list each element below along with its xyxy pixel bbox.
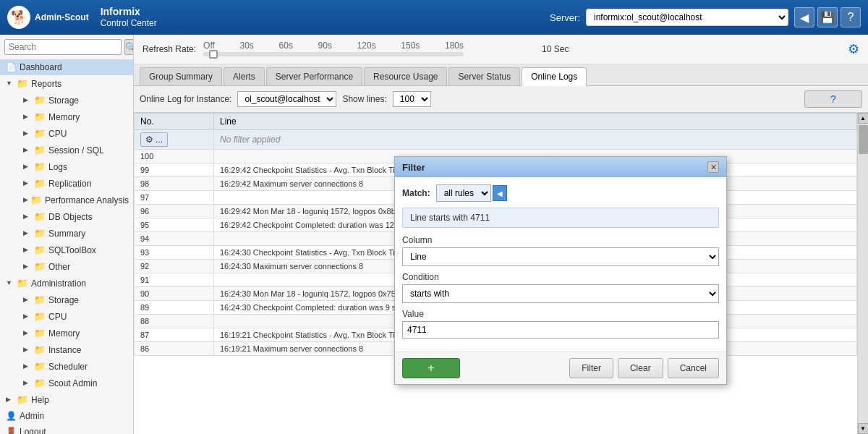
expand-icon: ▶ <box>23 229 32 238</box>
folder-icon: 📁 <box>34 244 46 255</box>
save-button[interactable]: 💾 <box>817 7 838 27</box>
sidebar-item-cpu[interactable]: ▶ 📁 CPU <box>9 125 133 142</box>
folder-icon: 📁 <box>17 278 28 289</box>
sidebar-item-adm-storage[interactable]: ▶ 📁 Storage <box>9 292 133 308</box>
expand-icon: ▶ <box>23 213 32 221</box>
slider-thumb[interactable] <box>209 50 218 59</box>
sidebar-item-adm-instance[interactable]: ▶ 📁 Instance <box>9 341 133 358</box>
filter-close-button[interactable]: ✕ <box>707 161 719 173</box>
filter-value-input[interactable] <box>402 321 719 339</box>
server-label: Server: <box>550 12 580 23</box>
help-button[interactable]: ? <box>841 7 861 27</box>
log-table-container: No. Line ⚙ ... <box>134 113 857 434</box>
filter-condition-select[interactable]: starts with <box>402 284 719 303</box>
sidebar-item-admin[interactable]: 👤 Admin <box>0 408 133 424</box>
tab-online-logs[interactable]: Online Logs <box>522 67 587 86</box>
filter-row: ⚙ ... No filter applied <box>135 130 857 150</box>
filter-column-select[interactable]: Line <box>402 247 719 266</box>
filter-value-row: Value <box>402 309 719 339</box>
filter-icon: ⚙ <box>145 135 153 145</box>
sidebar-item-logs[interactable]: ▶ 📁 Logs <box>9 158 133 175</box>
row-no: 93 <box>135 246 214 260</box>
folder-icon: 📁 <box>17 78 28 89</box>
refresh-settings-icon[interactable]: ⚙ <box>848 41 859 57</box>
filter-cancel-button[interactable]: Cancel <box>668 358 719 378</box>
lines-select[interactable]: 100 <box>393 91 431 107</box>
tab-alerts[interactable]: Alerts <box>224 67 265 85</box>
sidebar-item-summary[interactable]: ▶ 📁 Summary <box>9 225 133 242</box>
sidebar-item-memory[interactable]: ▶ 📁 Memory <box>9 109 133 125</box>
sidebar-item-help[interactable]: ▶ 📁 Help <box>0 391 133 408</box>
search-input[interactable] <box>4 39 122 55</box>
main-layout: 🔍 📄 Dashboard ▼ 📁 Reports ▶ 📁 Storage ▶ … <box>0 35 868 434</box>
filter-condition-label: Condition <box>402 272 719 282</box>
filter-match-select[interactable]: all rules <box>436 184 491 202</box>
filter-popup-title: Filter <box>402 162 425 173</box>
folder-icon: 📁 <box>34 311 46 322</box>
scroll-down-button[interactable]: ▼ <box>858 423 869 434</box>
sidebar-item-storage[interactable]: ▶ 📁 Storage <box>9 92 133 109</box>
tab-server-performance[interactable]: Server Performance <box>266 67 362 85</box>
search-box: 🔍 <box>0 35 133 59</box>
refresh-rate-label: Refresh Rate: <box>142 44 196 54</box>
slider-track[interactable] <box>203 52 464 56</box>
filter-match-select-group: all rules ◀ <box>436 184 507 202</box>
sidebar-item-administration[interactable]: ▼ 📁 Administration <box>0 275 133 292</box>
sidebar-item-adm-cpu[interactable]: ▶ 📁 CPU <box>9 308 133 325</box>
scroll-thumb[interactable] <box>859 125 868 154</box>
filter-match-row: Match: all rules ◀ <box>402 184 719 202</box>
back-button[interactable]: ◀ <box>794 7 814 27</box>
sidebar-label: Summary <box>48 229 85 239</box>
sidebar-item-performance-analysis[interactable]: ▶ 📁 Performance Analysis <box>9 192 133 208</box>
sidebar-item-reports[interactable]: ▼ 📁 Reports <box>0 75 133 92</box>
tick-180: 180s <box>445 41 464 51</box>
col-no-header: No. <box>135 114 214 130</box>
row-no: 91 <box>135 273 214 287</box>
filter-apply-button[interactable]: Filter <box>569 358 613 378</box>
help-button[interactable]: ? <box>804 90 862 108</box>
folder-icon: 📁 <box>34 161 46 172</box>
sidebar-item-label: Dashboard <box>20 62 62 72</box>
row-no: 90 <box>135 287 214 301</box>
filter-add-button[interactable]: + <box>402 358 460 378</box>
sidebar-item-other[interactable]: ▶ 📁 Other <box>9 258 133 275</box>
expand-icon: ▶ <box>23 329 32 338</box>
sidebar-item-adm-memory[interactable]: ▶ 📁 Memory <box>9 325 133 341</box>
filter-clear-button[interactable]: Clear <box>618 358 663 378</box>
folder-icon: 📁 <box>34 294 46 305</box>
filter-match-arrow-btn[interactable]: ◀ <box>493 185 507 201</box>
sidebar-item-replication[interactable]: ▶ 📁 Replication <box>9 175 133 192</box>
tab-resource-usage[interactable]: Resource Usage <box>364 67 447 85</box>
server-select[interactable]: informix:ol_scout@localhost <box>586 9 788 26</box>
instance-select[interactable]: ol_scout@localhost <box>237 91 336 107</box>
sidebar-label: Memory <box>48 328 80 339</box>
sidebar-item-scout-admin[interactable]: ▶ 📁 Scout Admin <box>9 375 133 391</box>
expand-icon: ▶ <box>23 96 32 105</box>
tab-server-status[interactable]: Server Status <box>448 67 520 85</box>
scroll-up-button[interactable]: ▲ <box>858 113 869 124</box>
col-line-header: Line <box>214 114 857 130</box>
folder-icon: 📁 <box>34 378 46 388</box>
sidebar-label: Reports <box>31 79 61 89</box>
sidebar-label: Administration <box>31 278 86 289</box>
row-no: 99 <box>135 163 214 177</box>
sidebar-item-logout[interactable]: 🚪 Logout <box>0 424 133 434</box>
sidebar-item-sqltoolbox[interactable]: ▶ 📁 SQLToolBox <box>9 242 133 258</box>
sidebar-label: Logs <box>48 162 67 172</box>
tab-group-summary[interactable]: Group Summary <box>140 67 222 85</box>
expand-icon: ▶ <box>23 263 32 271</box>
sidebar-item-dashboard[interactable]: 📄 Dashboard <box>0 59 133 75</box>
tick-60: 60s <box>279 41 293 51</box>
sidebar-item-session-sql[interactable]: ▶ 📁 Session / SQL <box>9 142 133 158</box>
sidebar-item-scheduler[interactable]: ▶ 📁 Scheduler <box>9 358 133 375</box>
expand-icon: ▶ <box>23 163 32 171</box>
tick-labels: Off 30s 60s 90s 120s 150s 180s <box>203 41 464 51</box>
tick-120: 120s <box>357 41 376 51</box>
product-line2: Control Center <box>101 18 157 30</box>
sidebar-label: Memory <box>48 112 80 122</box>
sidebar-item-db-objects[interactable]: ▶ 📁 DB Objects <box>9 208 133 225</box>
filter-column-row: Column Line <box>402 235 719 266</box>
expand-icon: ▶ <box>6 396 14 404</box>
filter-icon-button[interactable]: ⚙ ... <box>140 132 168 147</box>
search-button[interactable]: 🔍 <box>124 39 134 55</box>
